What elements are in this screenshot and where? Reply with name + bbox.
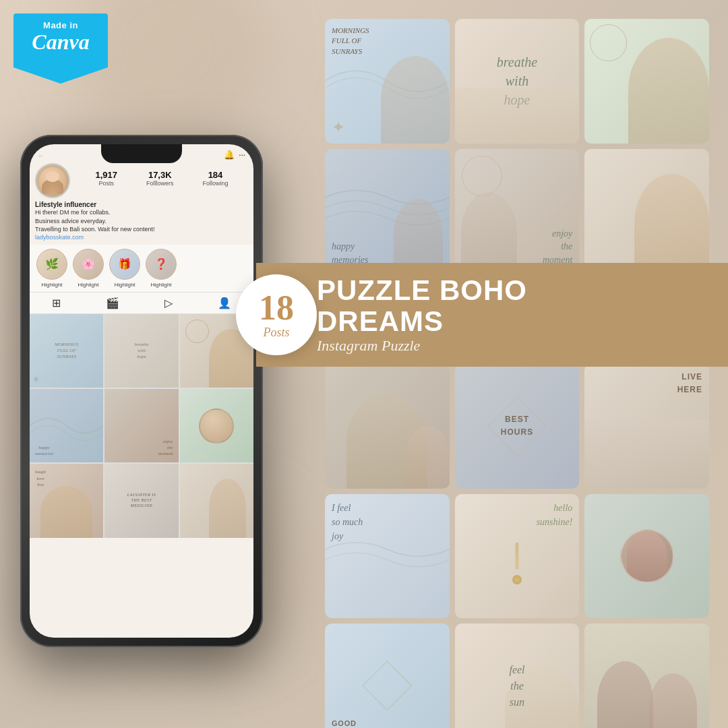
promo-posts-label: Posts [263, 326, 289, 340]
right-cell-7 [325, 364, 450, 489]
phone-grid-cell-4: happymemories [30, 389, 103, 462]
phone-mockup: ← Ladyboss_kate 🔔 ··· 1,917 Posts [20, 135, 263, 647]
phone-grid-cell-8: LAUGHTER ISTHE BESTMEDICINE [104, 464, 178, 537]
right-cell-11-pendant [512, 575, 522, 584]
tab-tag-icon[interactable]: 👤 [218, 297, 231, 309]
highlight-1-label: Highlight [41, 282, 62, 288]
profile-header-row: 1,917 Posts 17,3K Folllowers 184 Followi… [30, 163, 253, 201]
highlights-row: 🌿 Highlight 🌸 Highlight 🎁 Highlight ❓ Hi… [30, 245, 253, 292]
stat-followers: 17,3K Folllowers [146, 170, 174, 187]
phone-outer: ← Ladyboss_kate 🔔 ··· 1,917 Posts [20, 135, 263, 647]
highlight-2-circle: 🌸 [73, 249, 104, 280]
sun-icon-1: ✦ [332, 118, 345, 137]
phone-cell-4-decoration [30, 389, 103, 462]
tab-grid-icon[interactable]: ⊞ [52, 297, 61, 309]
phone-grid-cell-5: enjoythemoment [104, 389, 178, 462]
phone-grid-cell-6 [180, 389, 253, 462]
right-cell-2: breathewithhope [455, 19, 580, 144]
phone-grid-cell-9 [180, 464, 253, 537]
tab-play-icon[interactable]: ▷ [164, 297, 173, 309]
insta-avatar [35, 163, 70, 198]
phone-cell-7-person [40, 486, 92, 538]
insta-bio: Lifestyle influencer Hi there! DM me for… [30, 201, 253, 245]
right-cell-1: MORNINGSFULL OFSUNRAYS ✦ [325, 19, 450, 144]
stat-followers-num: 17,3K [146, 170, 174, 180]
right-cell-2-bottom [455, 88, 580, 144]
promo-band: 18 Posts PUZZLE BOHO DREAMS Instagram Pu… [256, 263, 728, 367]
promo-subtitle: Instagram Puzzle [317, 337, 708, 355]
right-cell-12-person [627, 531, 667, 582]
bio-job: Lifestyle influencer [35, 201, 248, 208]
right-cell-5-circle [462, 156, 502, 196]
right-cell-9-text: LIVEHERE [677, 371, 702, 396]
highlight-2[interactable]: 🌸 Highlight [73, 249, 104, 288]
right-cell-3-person [628, 38, 709, 144]
phone-cell-2-text: breathewithhope [131, 339, 151, 363]
right-cell-13-text: GOODMORNING! [332, 718, 374, 728]
bio-link[interactable]: ladybosskate.com [35, 234, 248, 241]
right-cell-11-text: hellosunshine! [537, 501, 573, 529]
phone-grid-cell-2: breathewithhope [104, 314, 178, 388]
phone-cell-9-person [209, 479, 246, 537]
phone-cell-8-text: LAUGHTER ISTHE BESTMEDICINE [125, 490, 159, 511]
right-grid-top: MORNINGSFULL OFSUNRAYS ✦ breathewithhope… [325, 19, 709, 273]
phone-cell-5-text: enjoythemoment [155, 436, 175, 460]
stat-following-label: Following [202, 180, 228, 187]
right-cell-5: enjoythemoment [455, 149, 580, 274]
tab-reels-icon[interactable]: 🎬 [106, 297, 119, 309]
highlight-3-label: Highlight [114, 282, 135, 288]
highlight-3[interactable]: 🎁 Highlight [109, 249, 140, 288]
right-cell-6: LAUGHTER IS [584, 149, 709, 274]
avatar-face [39, 167, 66, 194]
highlight-4-circle: ❓ [146, 249, 177, 280]
promo-title-line2: DREAMS [317, 305, 444, 337]
phone-grid-cell-1: MORNINGSFULL OFSUNRAYS ☀ [30, 314, 103, 388]
right-cell-8: BESTHOURS [455, 364, 580, 489]
promo-count: 18 [259, 291, 294, 326]
right-cell-14-text: feelthesun [509, 662, 524, 710]
promo-title-line1: PUZZLE BOHO [317, 274, 527, 306]
right-cell-8-decoration [455, 364, 580, 489]
canva-badge: Made in Canva [13, 13, 108, 84]
promo-circle: 18 Posts [236, 274, 317, 355]
svg-rect-1 [363, 661, 412, 710]
svg-rect-0 [487, 397, 546, 456]
right-cell-4: happymemories [325, 149, 450, 274]
right-cell-5-text: enjoythemoment [543, 227, 572, 267]
phone-cell-3-circle [185, 320, 209, 343]
stat-following-num: 184 [202, 170, 228, 180]
right-cell-15 [584, 624, 709, 728]
bell-icon[interactable]: 🔔 [224, 150, 235, 160]
right-cell-9: LIVEHERE [584, 364, 709, 489]
promo-text: PUZZLE BOHO DREAMS Instagram Puzzle [317, 275, 708, 355]
dots-icon[interactable]: ··· [239, 150, 245, 160]
right-cell-12 [584, 494, 709, 619]
stat-posts-label: Posts [95, 180, 117, 187]
right-cell-13-decoration [325, 624, 450, 728]
highlight-4-label: Highlight [150, 282, 171, 288]
bio-desc: Hi there! DM me for collabs.Business adv… [35, 208, 248, 234]
right-cell-11-pendant-line [515, 543, 518, 570]
right-cell-11: hellosunshine! [455, 494, 580, 619]
stat-following: 184 Following [202, 170, 228, 187]
canva-badge-brand: Canva [23, 30, 98, 54]
phone-notch [101, 144, 182, 163]
phone-cell-6-circle-photo [199, 408, 234, 444]
right-cell-9-bottom [584, 420, 709, 489]
highlight-1[interactable]: 🌿 Highlight [36, 249, 67, 288]
phone-cell-1-text: MORNINGSFULL OFSUNRAYS [52, 339, 81, 363]
stat-posts: 1,917 Posts [95, 170, 117, 187]
canva-badge-made-in: Made in [23, 20, 98, 30]
phone-screen: ← Ladyboss_kate 🔔 ··· 1,917 Posts [30, 144, 253, 638]
stat-followers-label: Folllowers [146, 180, 174, 187]
right-cell-6-person [634, 174, 709, 274]
stat-posts-num: 1,917 [95, 170, 117, 180]
right-cell-1-text: MORNINGSFULL OFSUNRAYS [332, 26, 369, 57]
highlight-3-circle: 🎁 [109, 249, 140, 280]
phone-grid-cell-7: laughlovelive [30, 464, 103, 537]
canva-badge-point [13, 67, 108, 84]
right-cell-10: I feelso muchjoy [325, 494, 450, 619]
highlight-1-circle: 🌿 [36, 249, 67, 280]
highlight-4[interactable]: ❓ Highlight [146, 249, 177, 288]
right-cell-1-person [381, 56, 450, 143]
